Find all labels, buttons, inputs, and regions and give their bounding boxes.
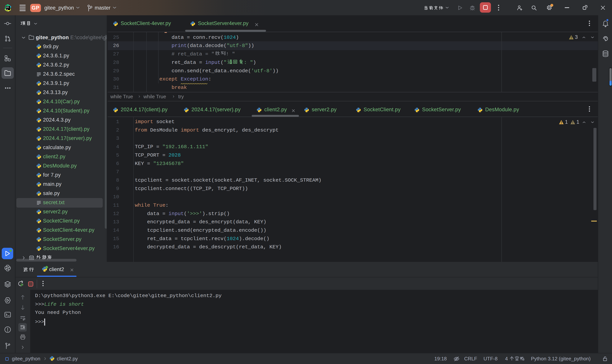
- svg-text:PC: PC: [6, 6, 9, 8]
